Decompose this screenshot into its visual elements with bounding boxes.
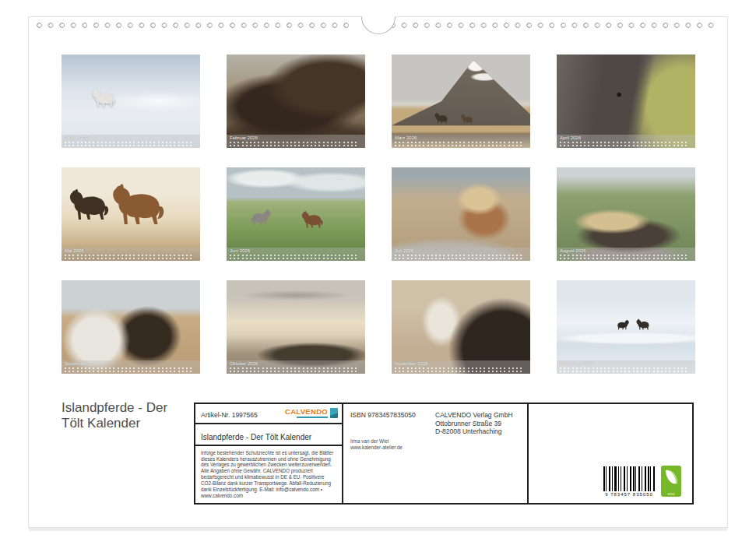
month-label: November 2026 [395, 361, 527, 367]
month-caption-strip: Dezember 2026 [557, 360, 695, 374]
month-photo [62, 280, 200, 374]
month-photo [392, 280, 530, 374]
month-caption-strip: August 2026 [557, 248, 695, 261]
author-website: www.kalender-atelier.de [350, 445, 403, 451]
mini-calendar-grid [65, 142, 197, 147]
thumbnail-februar: Februar 2026 [227, 54, 365, 148]
month-photo [62, 167, 200, 261]
calvendo-logo-tagline [297, 417, 328, 418]
month-label: April 2026 [560, 135, 692, 141]
month-label: Oktober 2026 [230, 361, 362, 367]
month-label: Dezember 2026 [560, 361, 692, 367]
mini-calendar-grid [560, 142, 692, 147]
page-title-line1: Islandpferde - Der [62, 400, 167, 416]
month-caption-strip: Februar 2026 [227, 135, 365, 148]
thumbnail-november: November 2026 [392, 280, 530, 374]
month-caption-strip: Mai 2026 [62, 248, 200, 261]
spiral-binding-holes-left [35, 21, 353, 30]
publisher-line: D-82008 Unterhaching [435, 427, 513, 436]
horse-silhouette-icon [459, 114, 475, 125]
month-caption-strip: Juli 2026 [392, 248, 530, 261]
article-row: Artikel-Nr. 1997565 CALVENDO [195, 404, 342, 424]
month-caption-strip: September 2026 [62, 360, 200, 374]
info-column-left: Artikel-Nr. 1997565 CALVENDO Islandpferd… [195, 404, 343, 503]
calendar-title: Islandpferde - Der Tölt Kalender [201, 433, 311, 441]
horse-silhouette-icon [615, 319, 631, 330]
month-caption-strip: März 2026 [392, 135, 530, 148]
barcode-block: 9 783457 835050 [603, 466, 655, 497]
month-photo [62, 54, 200, 148]
mini-calendar-grid [560, 255, 692, 260]
month-photo [557, 280, 695, 374]
month-label: Februar 2026 [230, 135, 362, 141]
eco-label: eco [668, 491, 675, 496]
mini-calendar-grid [230, 367, 362, 373]
month-caption-strip: Oktober 2026 [227, 360, 365, 374]
month-photo [557, 167, 695, 261]
month-label: September 2026 [65, 361, 197, 367]
horse-silhouette-icon [106, 182, 170, 227]
month-photo [227, 167, 365, 261]
isbn-number: ISBN 9783457835050 [350, 411, 416, 419]
publisher-line: Ottobrunner Straße 39 [435, 420, 513, 428]
article-number: Artikel-Nr. 1997565 [201, 411, 258, 419]
month-photo [392, 54, 530, 148]
calvendo-logo-text-block: CALVENDO [285, 408, 328, 418]
month-label: Juni 2026 [230, 248, 362, 254]
publisher-address: CALVENDO Verlag GmbH Ottobrunner Straße … [435, 411, 513, 436]
month-thumbnail-grid: Januar 2026 Februar 2026 März 2026 [62, 54, 695, 374]
month-caption-strip: April 2026 [557, 135, 695, 148]
barcode-icon [603, 466, 655, 491]
thumbnail-januar: Januar 2026 [62, 54, 200, 148]
mini-calendar-grid [395, 142, 527, 147]
info-column-right: 9 783457 835050 eco [529, 404, 692, 503]
info-column-middle: ISBN 9783457835050 CALVENDO Verlag GmbH … [343, 404, 529, 503]
info-table: Artikel-Nr. 1997565 CALVENDO Islandpferd… [194, 403, 694, 505]
mini-calendar-grid [230, 142, 362, 147]
mini-calendar-grid [65, 367, 197, 373]
author-name: Irma van der Wiel [350, 438, 403, 445]
calvendo-logo-wordmark: CALVENDO [285, 408, 328, 416]
mini-calendar-grid [560, 367, 692, 373]
calendar-title-row: Islandpferde - Der Tölt Kalender [195, 424, 342, 446]
thumbnail-juni: Juni 2026 [227, 167, 365, 261]
mini-calendar-grid [65, 255, 197, 260]
spiral-binding-holes-right [389, 21, 719, 30]
horse-silhouette-icon [433, 112, 450, 124]
page-title-line2: Tölt Kalender [62, 416, 167, 431]
publisher-line: CALVENDO Verlag GmbH [435, 411, 513, 420]
horse-silhouette-icon [299, 210, 325, 229]
thumbnail-mai: Mai 2026 [62, 167, 200, 261]
month-label: Juli 2026 [395, 248, 527, 254]
horse-silhouette-icon [248, 209, 273, 226]
month-photo [392, 167, 530, 261]
month-label: Januar 2026 [65, 135, 197, 141]
author-block: Irma van der Wiel www.kalender-atelier.d… [350, 438, 403, 451]
thumbnail-juli: Juli 2026 [392, 167, 530, 261]
month-label: März 2026 [395, 135, 527, 141]
thumbnail-maerz: März 2026 [392, 54, 530, 148]
mini-calendar-grid [395, 367, 527, 373]
month-photo [557, 54, 695, 148]
page-title: Islandpferde - Der Tölt Kalender [62, 400, 167, 431]
hanger-cutout [361, 16, 396, 34]
eco-badge: eco [661, 466, 681, 497]
eco-leaf-icon [665, 469, 677, 485]
horse-silhouette-icon [635, 318, 652, 330]
legal-row: Infolge bestehender Schutzrechte ist es … [195, 446, 342, 503]
mini-calendar-grid [395, 255, 527, 260]
month-label: Mai 2026 [65, 248, 197, 254]
month-photo [227, 54, 365, 148]
month-caption-strip: Juni 2026 [227, 248, 365, 261]
month-label: August 2026 [560, 248, 692, 254]
thumbnail-oktober: Oktober 2026 [227, 280, 365, 374]
thumbnail-dezember: Dezember 2026 [557, 280, 695, 374]
calvendo-logo: CALVENDO [285, 408, 338, 418]
calvendo-calendar-icon [330, 408, 338, 418]
thumbnail-april: April 2026 [557, 54, 695, 148]
month-caption-strip: Januar 2026 [62, 135, 200, 148]
calendar-back-page: Januar 2026 Februar 2026 März 2026 [28, 16, 728, 528]
month-photo [227, 280, 365, 374]
horse-silhouette-icon [90, 88, 118, 107]
legal-text: Infolge bestehender Schutzrechte ist es … [201, 450, 336, 499]
